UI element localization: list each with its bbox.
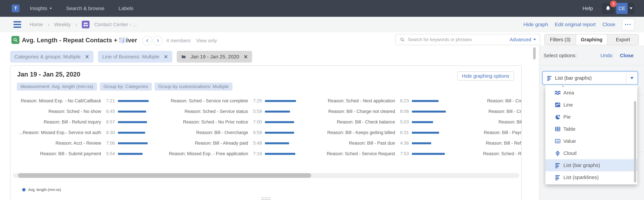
option-area[interactable]: Area (546, 87, 637, 99)
list-item[interactable]: Reason: Bill - Credit status (458, 106, 522, 117)
list-item-value: 7:00 (253, 119, 261, 125)
menu-insights-label: Insights (30, 5, 47, 11)
value-icon: 99 (555, 138, 561, 144)
vertical-scrollbar-thumb[interactable] (533, 47, 536, 59)
list-item-bar (412, 132, 439, 134)
hide-graphing-options-button[interactable]: Hide graphing options (457, 71, 514, 81)
list-item[interactable]: Reason: Bill - Submit payment 5:54 (17, 149, 164, 159)
chip-date-range[interactable]: Jan 19 - Jan 25, 2020 ✕ (177, 51, 252, 63)
list-item[interactable]: Reason: Bill - Credit inquiry (458, 96, 522, 106)
list-item[interactable]: Reason: Missed Exp. - Free application 7… (164, 149, 311, 159)
close-icon[interactable]: ✕ (85, 54, 89, 60)
option-list-bar-graphs[interactable]: List (bar graphs) (546, 159, 637, 171)
advanced-label: Advanced (510, 37, 531, 42)
chip-line-of-business[interactable]: Line of Business: Multiple ✕ (98, 51, 172, 63)
search-report-icon (12, 36, 20, 44)
list-item[interactable]: Reason: Bill - Dispute (458, 117, 522, 127)
close-report-link[interactable]: Close (602, 22, 615, 27)
list-item[interactable]: Reason: Bill - Payment failed (458, 127, 522, 138)
line-chart-icon (555, 102, 561, 108)
search-input[interactable] (408, 37, 510, 42)
option-label: List (bar graphs) (563, 162, 600, 168)
option-value[interactable]: 99 Value (546, 135, 637, 147)
option-line[interactable]: Line (546, 99, 637, 111)
list-item[interactable]: Reason: Bill - Check balance 5:03 (311, 117, 458, 127)
option-cloud[interactable]: Cloud (546, 147, 637, 159)
list-item[interactable]: Reason: Bill - Already paid 5:48 (164, 138, 311, 149)
graphing-options-panel: Select options: Undo Close List (bar gra… (539, 46, 644, 200)
list-item[interactable]: Reason: Bill - Overcharge 6:59 (164, 127, 311, 138)
edit-original-report-link[interactable]: Edit original report (555, 22, 596, 27)
top-navigation-bar: T Insights Search & browse Labels Help 3… (0, 0, 644, 17)
list-item[interactable]: Reason: Bill - Past due 4:36 (311, 138, 458, 149)
option-label: Pie (563, 114, 570, 120)
list-item-bar (118, 132, 145, 134)
prev-report-button[interactable] (142, 36, 152, 45)
list-item-value: 6:59 (253, 130, 261, 135)
list-item-label: Reason: Bill - Payment failed (458, 130, 522, 135)
menu-labels[interactable]: Labels (118, 5, 133, 11)
breadcrumb-current[interactable]: Contact Center - ... (94, 22, 137, 27)
panel-close-link[interactable]: Close (620, 53, 634, 58)
list-item[interactable]: Reason: Bill - Refund status (458, 138, 522, 149)
account-caret-button[interactable] (628, 3, 634, 14)
tab-export[interactable]: Export (608, 34, 638, 45)
option-pie[interactable]: Pie (546, 111, 637, 123)
chip-categories-groups[interactable]: Categories & groups: Multiple ✕ (10, 51, 94, 63)
list-bar-graph-icon (555, 162, 561, 168)
more-options-button[interactable]: ••• (622, 19, 634, 30)
list-item[interactable]: Reason: Bill - Refund inquiry 6:57 (17, 117, 164, 127)
breadcrumb-weekly[interactable]: Weekly (54, 22, 71, 27)
list-item-label: Reason: Sched - Reschedule (458, 151, 522, 156)
groupby-customizations-chip: Group by customizations: Multiple (154, 83, 232, 91)
list-item[interactable]: Reason: Sched - Service Request 7:53 (311, 149, 458, 159)
list-item-label: Reason: Bill - Credit inquiry (458, 98, 522, 104)
list-item[interactable]: Reason: Sched - No Prior notice 7:00 (164, 117, 311, 127)
help-link[interactable]: Help (582, 5, 593, 11)
cloud-icon (555, 150, 561, 156)
resize-handle[interactable] (261, 197, 271, 200)
menu-insights[interactable]: Insights (30, 5, 52, 11)
list-item[interactable]: Reason: Sched - Next application 6:23 (311, 96, 458, 106)
advanced-search-toggle[interactable]: Advanced (510, 37, 536, 42)
option-table[interactable]: Table (546, 123, 637, 135)
close-icon[interactable]: ✕ (164, 54, 168, 60)
tab-filters[interactable]: Filters (3) (545, 34, 576, 45)
close-icon[interactable]: ✕ (244, 54, 248, 60)
list-item[interactable]: Reason: Acct - Review 7:06 (17, 138, 164, 149)
horizontal-scrollbar[interactable] (13, 173, 519, 178)
list-item[interactable]: Reason: Bill - Charge not cleared 8:06 (311, 106, 458, 117)
list-item-value: 7:21 (106, 98, 114, 104)
avatar[interactable]: CE (616, 3, 628, 14)
tab-graphing[interactable]: Graphing (576, 34, 608, 45)
list-item[interactable]: Reason: Sched - No show 6:45 (17, 106, 164, 117)
horizontal-scrollbar-thumb[interactable] (18, 173, 311, 178)
info-icon[interactable]: i (120, 37, 126, 44)
notifications-button[interactable]: 3 (602, 3, 614, 14)
menu-search-browse[interactable]: Search & browse (66, 5, 104, 11)
select-caret-button[interactable] (626, 72, 638, 84)
list-item[interactable]: Reason: Bill - Keeps getting billed 6:31 (311, 127, 458, 138)
undo-link[interactable]: Undo (600, 53, 612, 58)
list-column: Reason: Sched - Service not complete 7:2… (164, 96, 311, 159)
list-bar-graph-icon (546, 75, 552, 81)
panel-header: Select options: Undo Close (540, 46, 644, 65)
list-item[interactable]: Reason: Sched - Service status 5:59 (164, 106, 311, 117)
hide-graph-link[interactable]: Hide graph (524, 22, 548, 27)
account-menu[interactable]: CE (616, 3, 634, 14)
breadcrumb-home[interactable]: Home (30, 22, 43, 27)
list-item-value: 7:16 (253, 151, 261, 156)
list-item[interactable]: Reason: Missed Exp. - No Call/Callback 7… (17, 96, 164, 106)
dropdown-scrollbar-thumb[interactable] (634, 101, 636, 183)
list-item[interactable]: Reason: Sched - Service not complete 7:2… (164, 96, 311, 106)
graph-type-select[interactable]: List (bar graphs) (542, 71, 638, 85)
list-item-value: 7:25 (253, 98, 261, 104)
option-label: Table (563, 126, 576, 132)
hamburger-menu-button[interactable] (14, 21, 21, 28)
next-report-button[interactable] (153, 36, 162, 45)
list-item[interactable]: Reason: Missed Exp.- Service not auth...… (17, 127, 164, 138)
list-item[interactable]: Reason: Sched - Reschedule (458, 149, 522, 159)
option-list-sparklines[interactable]: List (sparklines) (546, 171, 637, 183)
app-logo[interactable]: T (12, 4, 20, 12)
chevron-down-icon (630, 7, 632, 9)
